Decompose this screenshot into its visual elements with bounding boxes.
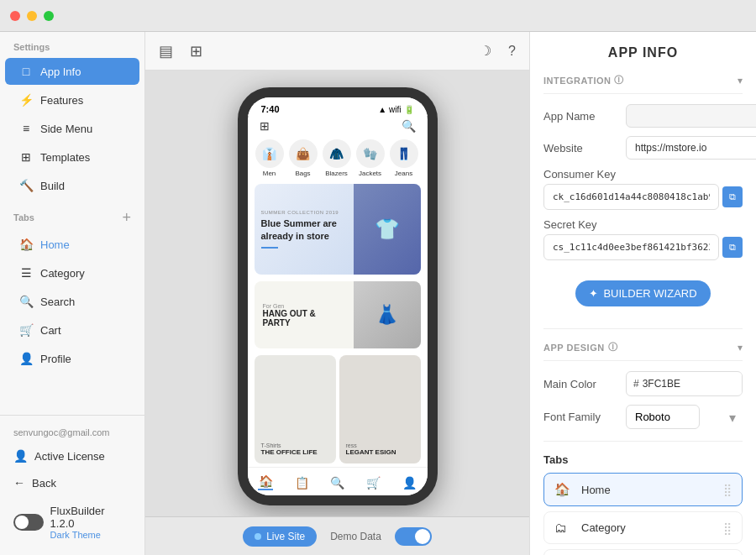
design-info-icon: ⓘ (608, 341, 618, 353)
sidebar-tab-search[interactable]: 🔍 Search (5, 288, 139, 315)
category-men-label: Men (263, 170, 276, 177)
banner2-tag: For Gen (263, 303, 345, 309)
banner-2: For Gen HANG OUT & PARTY 👗 (255, 281, 421, 348)
dark-theme-toggle[interactable] (13, 514, 44, 531)
center-panel: ▤ ⊞ ☽ ? 7:40 ▲ wifi 🔋 (145, 32, 529, 555)
secret-key-copy-btn[interactable]: ⧉ (722, 237, 743, 258)
phone-nav-search[interactable]: 🔍 (330, 476, 344, 490)
secret-key-input[interactable] (543, 234, 719, 260)
home-icon: 🏠 (18, 238, 34, 251)
sidebar-item-build[interactable]: 🔨 Build (5, 172, 139, 199)
wifi-icon: wifi (389, 105, 401, 114)
tab-item-category[interactable]: 🗂 Category ⣿ (543, 511, 743, 544)
tabs-section-title: Tabs (13, 212, 34, 223)
cart-icon: 🛒 (18, 323, 34, 337)
app-name-input[interactable] (626, 104, 756, 128)
titlebar (0, 0, 756, 32)
battery-icon: 🔋 (404, 105, 414, 114)
builder-wizard-icon: ✦ (589, 287, 598, 300)
sidebar-item-templates[interactable]: ⊞ Templates (5, 144, 139, 170)
license-icon: 👤 (13, 449, 28, 463)
banner-1: SUMMER COLLECTION 2019 Blue Summer are a… (255, 184, 421, 275)
phone-nav-cart[interactable]: 🛒 (366, 476, 381, 490)
profile-icon: 👤 (18, 352, 34, 365)
toolbar: ▤ ⊞ ☽ ? (145, 32, 529, 71)
sidebar-tab-home[interactable]: 🏠 Home (5, 231, 139, 258)
traffic-light-yellow[interactable] (27, 11, 37, 21)
sidebar-label-side-menu: Side Menu (40, 123, 92, 135)
side-menu-icon: ≡ (18, 122, 34, 135)
secret-key-label: Secret Key (543, 218, 743, 231)
sidebar-item-side-menu[interactable]: ≡ Side Menu (5, 115, 139, 142)
demo-data-label: Demo Data (330, 531, 381, 542)
back-icon: ← (13, 476, 25, 490)
app-name-label: App Name (543, 110, 619, 123)
demo-toggle[interactable] (395, 527, 432, 546)
phone-nav-home[interactable]: 🏠 (258, 474, 273, 490)
banner1-tag: SUMMER COLLECTION 2019 (261, 210, 347, 215)
sidebar-toggle-icon[interactable]: ▤ (159, 42, 173, 60)
category-jeans-label: Jeans (395, 170, 412, 177)
banner3-tag: T-Shirts (261, 442, 329, 448)
main-color-input[interactable] (643, 373, 743, 395)
license-label: Active License (34, 450, 105, 463)
category-jackets-label: Jackets (359, 170, 381, 177)
banner-small-2: ress LEGANT ESIGN (339, 355, 421, 463)
app-design-chevron[interactable]: ▾ (738, 342, 743, 353)
tab-item-search[interactable]: 🔍 Search ⣿ (543, 549, 743, 555)
phone-nav-profile[interactable]: 👤 (402, 476, 417, 490)
banner4-tag: ress (346, 442, 414, 448)
tab-item-home[interactable]: 🏠 Home ⣿ (543, 473, 743, 506)
phone-nav-category[interactable]: 📋 (295, 476, 309, 490)
grid-view-icon[interactable]: ⊞ (190, 42, 202, 60)
phone-search-bar: ⊞ 🔍 (248, 116, 428, 136)
active-license[interactable]: 👤 Active License (5, 442, 139, 469)
tab-category-drag[interactable]: ⣿ (723, 521, 732, 535)
live-site-button[interactable]: Live Site (243, 526, 317, 547)
add-tab-button[interactable]: + (122, 210, 131, 225)
builder-wizard-button[interactable]: ✦ BUILDER WIZARD (575, 280, 710, 306)
sidebar-label-app-info: App Info (40, 65, 81, 78)
consumer-key-copy-btn[interactable]: ⧉ (722, 186, 743, 207)
font-family-select[interactable]: Roboto Open Sans Lato Montserrat (626, 405, 700, 429)
category-blazers[interactable]: 🧥 Blazers (322, 139, 352, 177)
hamburger-icon[interactable]: ⊞ (260, 119, 270, 133)
banner-row: T-Shirts THE OFFICE LIFE ress LEGANT ESI… (255, 355, 421, 463)
back-button[interactable]: ← Back (5, 469, 139, 496)
website-input[interactable] (626, 136, 756, 160)
category-row: 👔 Men 👜 Bags 🧥 Blazers 🧤 (248, 136, 428, 181)
consumer-key-input[interactable] (543, 184, 719, 210)
dark-mode-icon[interactable]: ☽ (480, 43, 491, 59)
category-men[interactable]: 👔 Men (255, 139, 285, 177)
sidebar-tab-cart-label: Cart (40, 324, 61, 337)
category-jeans[interactable]: 👖 Jeans (389, 139, 419, 177)
consumer-key-label: Consumer Key (543, 168, 743, 181)
sidebar-item-features[interactable]: ⚡ Features (5, 86, 139, 113)
help-icon[interactable]: ? (508, 44, 516, 59)
main-color-label: Main Color (543, 378, 619, 390)
phone-search-icon[interactable]: 🔍 (402, 119, 416, 133)
tab-home-drag[interactable]: ⣿ (723, 483, 732, 496)
sidebar-tab-cart[interactable]: 🛒 Cart (5, 317, 139, 343)
category-jackets[interactable]: 🧤 Jackets (355, 139, 386, 177)
sidebar-item-app-info[interactable]: □ App Info (5, 58, 139, 85)
traffic-light-green[interactable] (44, 11, 54, 21)
app-version: FluxBuilder 1.2.0 (50, 505, 131, 530)
preview-bar: Live Site Demo Data (145, 516, 529, 555)
website-label: Website (543, 142, 619, 154)
banner-small-1: T-Shirts THE OFFICE LIFE (255, 355, 336, 463)
category-bags[interactable]: 👜 Bags (288, 139, 318, 177)
templates-icon: ⊞ (18, 150, 34, 164)
sidebar-tab-profile[interactable]: 👤 Profile (5, 345, 139, 372)
traffic-light-red[interactable] (10, 11, 20, 21)
integration-chevron[interactable]: ▾ (738, 75, 743, 86)
app-info-icon: □ (18, 65, 34, 78)
sidebar-tab-category[interactable]: ☰ Category (5, 259, 139, 286)
banner4-title: LEGANT ESIGN (346, 448, 414, 457)
sidebar-label-templates: Templates (40, 151, 90, 164)
info-icon: ⓘ (614, 74, 624, 86)
category-icon: ☰ (18, 266, 34, 280)
integration-section-label: INTEGRATION ⓘ (543, 74, 624, 86)
font-family-label: Font Family (543, 411, 619, 423)
live-site-label: Live Site (266, 531, 305, 542)
